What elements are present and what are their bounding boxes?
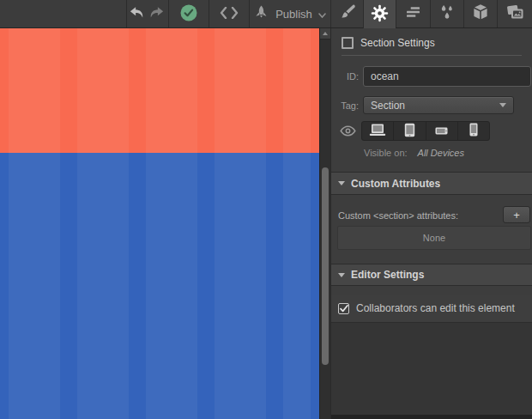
device-tablet-button[interactable] <box>393 122 425 140</box>
page-canvas[interactable] <box>0 28 319 419</box>
saved-status-button[interactable] <box>169 0 209 27</box>
section-blue[interactable] <box>0 153 319 419</box>
code-export-button[interactable] <box>209 0 249 27</box>
redo-icon <box>148 7 164 21</box>
attributes-empty-label: None <box>423 233 445 243</box>
custom-attributes-header[interactable]: Custom Attributes <box>331 172 532 195</box>
eye-icon <box>340 124 356 140</box>
panel-bottom-edge <box>331 415 532 419</box>
device-desktop-button[interactable] <box>362 122 393 140</box>
add-attribute-button[interactable]: + <box>503 206 530 223</box>
tab-style-manager[interactable] <box>396 0 430 27</box>
scroll-up-button[interactable] <box>320 28 330 39</box>
top-toolbar: Publish <box>0 0 532 28</box>
editor-settings-title: Editor Settings <box>351 269 424 281</box>
check-circle-icon <box>180 4 197 24</box>
attributes-empty-state: None <box>337 226 531 250</box>
chevron-down-icon <box>318 8 326 21</box>
panel-scrollbar[interactable] <box>319 28 330 419</box>
panel-header: Section Settings <box>342 36 435 50</box>
section-element-icon <box>342 37 354 49</box>
custom-attributes-title: Custom Attributes <box>351 178 440 190</box>
scrollbar-thumb[interactable] <box>322 167 329 365</box>
undo-button[interactable] <box>127 0 148 27</box>
visible-on-value: All Devices <box>418 148 464 158</box>
element-settings-panel: Section Settings ID: Tag: Section <box>330 28 532 419</box>
tab-assets[interactable] <box>497 0 532 27</box>
cube-icon <box>472 3 489 24</box>
tag-label: Tag: <box>331 100 359 111</box>
publish-label: Publish <box>275 8 312 21</box>
collaborators-checkbox-row[interactable]: Collaborators can edit this element <box>331 295 532 323</box>
chevron-down-icon <box>499 103 506 107</box>
divider <box>342 55 522 56</box>
grid-columns-overlay <box>0 28 319 153</box>
tab-symbols[interactable] <box>463 0 497 27</box>
disclosure-triangle-icon <box>338 181 345 185</box>
tab-style[interactable] <box>330 0 363 27</box>
disclosure-triangle-icon <box>338 273 345 277</box>
device-visibility-group <box>361 121 490 141</box>
lines-icon <box>405 6 421 22</box>
publish-button[interactable]: Publish <box>250 0 330 27</box>
section-ocean[interactable] <box>0 28 319 153</box>
paintbrush-icon <box>339 3 356 24</box>
gear-icon <box>371 4 389 26</box>
desktop-icon <box>368 124 387 139</box>
tablet-icon <box>404 123 415 140</box>
undo-icon <box>130 7 145 21</box>
tag-select[interactable]: Section <box>363 96 514 114</box>
grid-columns-overlay <box>0 153 319 419</box>
visible-on-row: Visible on:All Devices <box>364 148 464 158</box>
custom-attributes-label: Custom <section> attributes: <box>338 210 458 221</box>
device-phone-portrait-button[interactable] <box>457 122 489 140</box>
id-label: ID: <box>331 71 359 82</box>
tab-settings[interactable] <box>363 0 396 29</box>
collaborators-checkbox[interactable] <box>338 303 349 314</box>
editor-settings-header[interactable]: Editor Settings <box>331 264 532 286</box>
redo-button[interactable] <box>146 0 166 27</box>
images-icon <box>506 4 524 23</box>
panel-title: Section Settings <box>360 37 435 49</box>
visible-on-label: Visible on: <box>364 148 408 158</box>
code-brackets-icon <box>220 7 239 21</box>
arrow-up-icon <box>323 32 328 35</box>
webflow-designer: Publish Section Settings <box>0 0 532 419</box>
rocket-icon <box>254 5 269 22</box>
tag-selected-value: Section <box>371 100 499 112</box>
phone-landscape-icon <box>435 124 448 137</box>
droplets-icon <box>438 4 456 24</box>
panel-empty-area <box>331 323 532 415</box>
tab-interactions[interactable] <box>430 0 463 27</box>
device-phone-landscape-button[interactable] <box>426 122 457 140</box>
phone-portrait-icon <box>469 123 478 139</box>
collaborators-checkbox-label: Collaborators can edit this element <box>356 302 515 314</box>
id-input[interactable] <box>363 66 531 87</box>
